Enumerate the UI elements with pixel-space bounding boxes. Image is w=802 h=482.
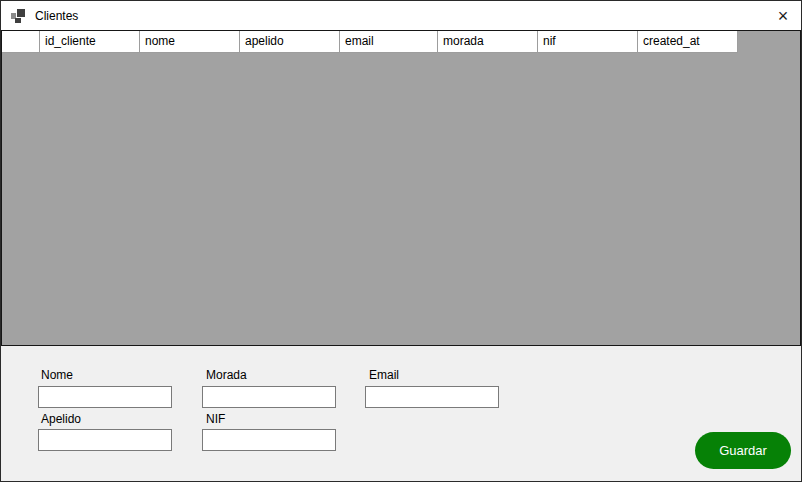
clientes-window: Clientes × id_cliente nome apelido email…: [0, 0, 802, 482]
grid-header-filler: [738, 31, 800, 53]
column-header-id-cliente[interactable]: id_cliente: [40, 31, 140, 53]
morada-input[interactable]: [202, 386, 336, 408]
nome-label: Nome: [41, 368, 73, 382]
clientes-datagrid: id_cliente nome apelido email morada nif…: [1, 30, 801, 346]
column-header-apelido[interactable]: apelido: [240, 31, 340, 53]
window-title: Clientes: [35, 9, 78, 23]
apelido-input[interactable]: [38, 429, 172, 451]
column-header-nome[interactable]: nome: [140, 31, 240, 53]
title-bar: Clientes ×: [1, 1, 801, 30]
close-icon: ×: [778, 7, 789, 25]
column-header-created-at[interactable]: created_at: [638, 31, 738, 53]
guardar-button[interactable]: Guardar: [695, 432, 791, 469]
nif-label: NIF: [206, 412, 225, 426]
column-header-morada[interactable]: morada: [438, 31, 538, 53]
grid-corner-cell[interactable]: [2, 31, 40, 53]
morada-label: Morada: [206, 368, 247, 382]
nif-input[interactable]: [202, 429, 336, 451]
email-label: Email: [369, 368, 399, 382]
column-header-nif[interactable]: nif: [538, 31, 638, 53]
column-header-email[interactable]: email: [340, 31, 438, 53]
apelido-label: Apelido: [41, 412, 81, 426]
grid-body-empty[interactable]: [2, 53, 800, 345]
close-button[interactable]: ×: [765, 1, 801, 30]
app-icon: [11, 8, 27, 24]
nome-input[interactable]: [38, 386, 172, 408]
grid-header-row: id_cliente nome apelido email morada nif…: [2, 31, 800, 53]
email-input[interactable]: [365, 386, 499, 408]
